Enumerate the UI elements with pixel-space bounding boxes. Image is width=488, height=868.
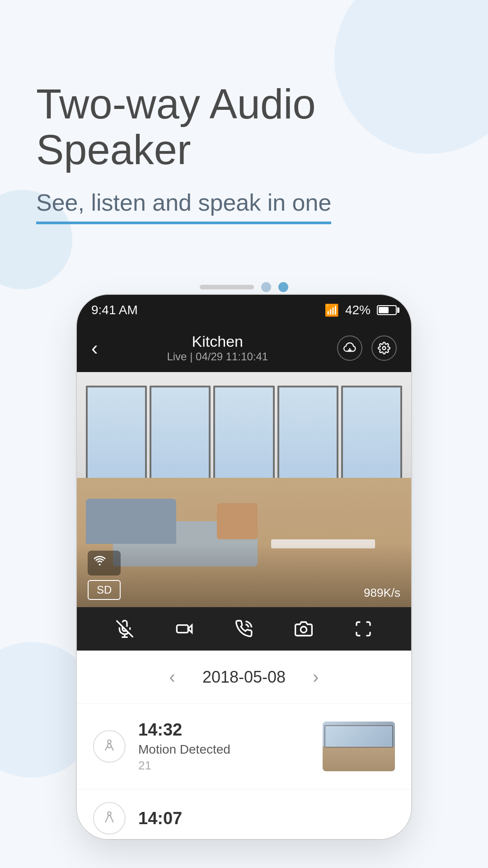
motion-icon-1: [93, 730, 126, 763]
camera-controls: [77, 607, 411, 651]
camera-overlay: SD 989K/s: [77, 543, 411, 607]
wifi-icon: 📶: [324, 303, 339, 317]
record-button[interactable]: [175, 620, 193, 638]
event-time-1: 14:32: [138, 720, 310, 740]
event-count-1: 21: [138, 759, 310, 773]
pagination-dot-2[interactable]: [278, 282, 288, 292]
event-list: 14:32 Motion Detected 21: [77, 704, 411, 839]
motion-icon-2: [93, 802, 126, 835]
hero-title: Two-way Audio Speaker: [36, 81, 452, 173]
pagination-dots: [200, 282, 288, 292]
battery-fill: [379, 307, 389, 313]
wifi-signal-indicator: [88, 551, 121, 576]
status-right: 📶 42%: [324, 303, 397, 317]
current-date: 2018-05-08: [202, 668, 286, 687]
camera-title-block: Kitchen Live | 04/29 11:10:41: [167, 333, 268, 363]
event-thumbnail-1[interactable]: [323, 722, 395, 771]
phone-mockup: 9:41 AM 📶 42% ‹ Kitchen Li: [77, 295, 411, 839]
event-info-1: 14:32 Motion Detected 21: [138, 720, 310, 773]
back-button[interactable]: ‹: [91, 337, 98, 359]
camera-action-icons: [337, 335, 397, 361]
status-time: 9:41 AM: [91, 303, 138, 317]
camera-live-timestamp: Live | 04/29 11:10:41: [167, 350, 268, 363]
battery-container: [377, 305, 397, 315]
svg-point-9: [108, 812, 111, 816]
snapshot-button[interactable]: [295, 620, 313, 638]
status-bar: 9:41 AM 📶 42%: [77, 295, 411, 326]
phone-mockup-wrapper: 9:41 AM 📶 42% ‹ Kitchen Li: [36, 268, 452, 839]
event-type-1: Motion Detected: [138, 742, 310, 757]
camera-feed: SD 989K/s: [77, 372, 411, 607]
svg-point-7: [300, 627, 306, 632]
camera-header: ‹ Kitchen Live | 04/29 11:10:41: [77, 326, 411, 372]
svg-point-1: [99, 564, 101, 566]
prev-date-button[interactable]: ‹: [169, 667, 175, 687]
svg-rect-5: [177, 625, 188, 633]
svg-point-0: [382, 346, 385, 349]
cloud-button[interactable]: [337, 335, 362, 361]
bitrate-display: 989K/s: [364, 586, 400, 600]
settings-button[interactable]: [371, 335, 397, 361]
svg-point-8: [108, 740, 111, 744]
event-info-2: 14:07: [138, 809, 395, 828]
next-date-button[interactable]: ›: [313, 667, 319, 687]
camera-separator: |: [190, 350, 196, 363]
live-label: Live: [167, 350, 187, 363]
battery-bar: [377, 305, 397, 315]
battery-percent: 42%: [345, 303, 371, 317]
pagination-dot-1[interactable]: [261, 282, 271, 292]
camera-timestamp: 04/29 11:10:41: [196, 350, 268, 363]
event-item-2[interactable]: 14:07: [77, 789, 411, 839]
mute-button[interactable]: [116, 620, 134, 638]
notch-bar: [200, 285, 254, 289]
fullscreen-button[interactable]: [354, 620, 372, 638]
room-sofa: [86, 499, 176, 544]
camera-name: Kitchen: [167, 333, 268, 350]
event-time-2: 14:07: [138, 809, 395, 828]
sd-quality-badge[interactable]: SD: [88, 580, 121, 600]
event-item-1[interactable]: 14:32 Motion Detected 21: [77, 704, 411, 789]
audio-call-button[interactable]: [235, 620, 253, 638]
date-navigation: ‹ 2018-05-08 ›: [77, 651, 411, 704]
hero-subtitle: See, listen and speak in one: [36, 189, 331, 224]
room-chair: [217, 503, 258, 539]
